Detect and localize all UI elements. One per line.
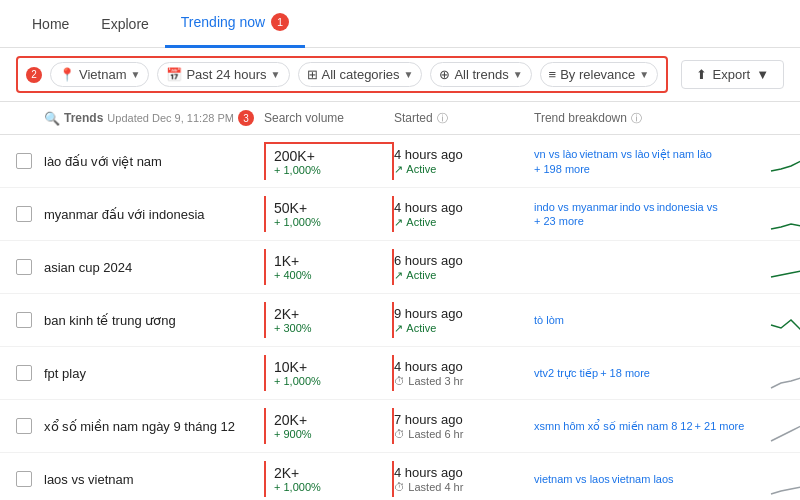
chevron-down-icon: ▼ <box>513 69 523 80</box>
filter-sort[interactable]: ≡ By relevance ▼ <box>540 62 659 87</box>
nav-explore[interactable]: Explore <box>85 0 164 48</box>
search-volume-cell: 1K+ + 400% <box>264 249 394 285</box>
trend-name: lào đấu với việt nam <box>44 154 264 169</box>
breakdown-tag: indonesia vs <box>657 201 718 213</box>
filter-categories-label: All categories <box>322 67 400 82</box>
row-checkbox[interactable] <box>16 153 44 169</box>
status-label: Lasted 3 hr <box>408 375 463 387</box>
trend-name: xổ số miền nam ngày 9 tháng 12 <box>44 419 264 434</box>
main-content: 🔍 Trends Updated Dec 9, 11:28 PM 3 Searc… <box>0 102 800 500</box>
table-row: fpt play 10K+ + 1,000% 4 hours ago ⏱ Las… <box>0 347 800 400</box>
search-volume-cell: 2K+ + 1,000% <box>264 461 394 497</box>
row-checkbox[interactable] <box>16 418 44 434</box>
row-checkbox[interactable] <box>16 206 44 222</box>
table-row: lào đấu với việt nam 200K+ + 1,000% 4 ho… <box>0 135 800 188</box>
nav-explore-label: Explore <box>101 16 148 32</box>
started-time: 4 hours ago <box>394 465 534 480</box>
breakdown-more-link[interactable]: + 198 more <box>534 163 590 175</box>
search-volume-value: 200K+ <box>274 148 384 164</box>
filter-time-label: Past 24 hours <box>186 67 266 82</box>
table-badge-3: 3 <box>238 110 254 126</box>
top-navigation: Home Explore Trending now 1 <box>0 0 800 48</box>
started-cell: 4 hours ago ↗ Active <box>394 147 534 176</box>
started-cell: 4 hours ago ↗ Active <box>394 200 534 229</box>
sparkline <box>766 194 800 234</box>
table-row: asian cup 2024 1K+ + 400% 6 hours ago ↗ … <box>0 241 800 294</box>
status-label: Lasted 4 hr <box>408 481 463 493</box>
filter-trends[interactable]: ⊕ All trends ▼ <box>430 62 531 87</box>
started-label: Started <box>394 111 433 125</box>
filter-time[interactable]: 📅 Past 24 hours ▼ <box>157 62 289 87</box>
trends-label: Trends <box>64 111 103 125</box>
status-badge: ⏱ Lasted 3 hr <box>394 374 534 388</box>
nav-home[interactable]: Home <box>16 0 85 48</box>
search-volume-change: + 1,000% <box>274 164 384 176</box>
breakdown-tags: xsmn hôm xổ số miền nam 8 12 + 21 more <box>534 420 750 433</box>
export-icon: ⬆ <box>696 67 707 82</box>
search-volume-value: 20K+ <box>274 412 384 428</box>
started-time: 4 hours ago <box>394 147 534 162</box>
search-volume-cell: 10K+ + 1,000% <box>264 355 394 391</box>
breakdown-cell: indo vs myanmar indo vs indonesia vs + 2… <box>534 201 754 227</box>
breakdown-tags: indo vs myanmar indo vs indonesia vs + 2… <box>534 201 750 227</box>
trends-updated: Updated Dec 9, 11:28 PM <box>107 112 234 124</box>
sparkline-cell <box>754 141 800 181</box>
search-volume-change: + 1,000% <box>274 216 384 228</box>
chevron-down-icon: ▼ <box>130 69 140 80</box>
breakdown-more-link[interactable]: + 18 more <box>600 367 650 380</box>
trend-name: asian cup 2024 <box>44 260 264 275</box>
breakdown-tag: tò lòm <box>534 314 564 326</box>
info-icon: ⓘ <box>631 111 642 126</box>
sparkline <box>766 141 800 181</box>
started-time: 4 hours ago <box>394 359 534 374</box>
breakdown-tag: việt nam lào <box>652 148 712 161</box>
row-checkbox[interactable] <box>16 312 44 328</box>
sparkline <box>766 300 800 340</box>
search-volume-value: 2K+ <box>274 465 384 481</box>
filter-sort-label: By relevance <box>560 67 635 82</box>
export-button[interactable]: ⬆ Export ▼ <box>681 60 784 89</box>
breakdown-tag: indo vs myanmar <box>534 201 618 213</box>
search-volume-change: + 900% <box>274 428 384 440</box>
breakdown-cell: vietnam vs laos vietnam laos <box>534 473 754 485</box>
nav-trending-now[interactable]: Trending now 1 <box>165 0 305 48</box>
breakdown-more-link[interactable]: + 23 more <box>534 215 584 227</box>
breakdown-header: Trend breakdown ⓘ <box>534 111 754 126</box>
filter-icon: ⊕ <box>439 67 450 82</box>
started-cell: 9 hours ago ↗ Active <box>394 306 534 335</box>
filter-badge-2: 2 <box>26 67 42 83</box>
row-checkbox[interactable] <box>16 259 44 275</box>
filter-location[interactable]: 📍 Vietnam ▼ <box>50 62 149 87</box>
row-checkbox[interactable] <box>16 365 44 381</box>
breakdown-tag: vietnam vs laos <box>534 473 610 485</box>
started-time: 9 hours ago <box>394 306 534 321</box>
started-time: 6 hours ago <box>394 253 534 268</box>
status-label: Lasted 6 hr <box>408 428 463 440</box>
search-volume-value: 1K+ <box>274 253 384 269</box>
table-body: lào đấu với việt nam 200K+ + 1,000% 4 ho… <box>0 135 800 500</box>
trends-table: 🔍 Trends Updated Dec 9, 11:28 PM 3 Searc… <box>0 102 800 500</box>
search-volume-cell: 2K+ + 300% <box>264 302 394 338</box>
breakdown-more-link[interactable]: + 21 more <box>695 420 745 433</box>
chevron-down-icon: ▼ <box>404 69 414 80</box>
row-checkbox[interactable] <box>16 471 44 487</box>
filter-categories[interactable]: ⊞ All categories ▼ <box>298 62 423 87</box>
nav-home-label: Home <box>32 16 69 32</box>
breakdown-tags: tò lòm <box>534 314 750 326</box>
status-badge: ↗ Active <box>394 215 534 229</box>
breakdown-tag: vn vs lào <box>534 148 577 161</box>
info-icon: ⓘ <box>437 111 448 126</box>
filter-bar: 2 📍 Vietnam ▼ 📅 Past 24 hours ▼ ⊞ All ca… <box>0 48 800 102</box>
search-volume-change: + 1,000% <box>274 375 384 387</box>
search-volume-value: 50K+ <box>274 200 384 216</box>
search-volume-change: + 1,000% <box>274 481 384 493</box>
breakdown-label: Trend breakdown <box>534 111 627 125</box>
started-time: 7 hours ago <box>394 412 534 427</box>
sparkline-cell <box>754 194 800 234</box>
search-volume-header: Search volume <box>264 111 394 125</box>
filter-group-main: 2 📍 Vietnam ▼ 📅 Past 24 hours ▼ ⊞ All ca… <box>16 56 668 93</box>
chevron-down-icon: ▼ <box>271 69 281 80</box>
sparkline <box>766 459 800 499</box>
nav-trending-badge: 1 <box>271 13 289 31</box>
sparkline <box>766 247 800 287</box>
